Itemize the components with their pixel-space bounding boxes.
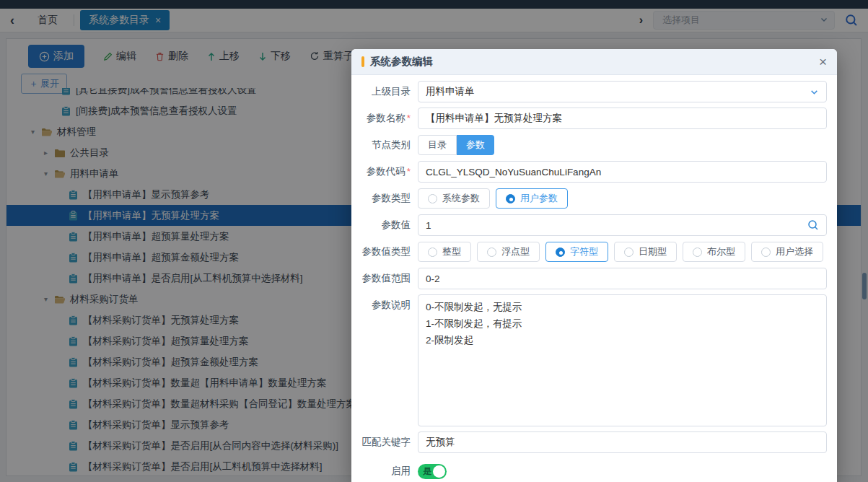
value-type-option-1[interactable]: 整型 bbox=[418, 242, 471, 262]
search-icon[interactable] bbox=[807, 219, 819, 231]
radio-icon bbox=[761, 247, 771, 257]
radio-icon bbox=[487, 247, 496, 257]
value-type-option-2[interactable]: 浮点型 bbox=[477, 242, 540, 262]
radio-selected-icon bbox=[556, 247, 565, 257]
param-name-label: 参数名称* bbox=[356, 108, 411, 129]
radio-label: 日期型 bbox=[639, 245, 667, 258]
radio-label: 布尔型 bbox=[707, 245, 735, 258]
chevron-down-icon bbox=[810, 87, 819, 97]
radio-icon bbox=[428, 194, 437, 203]
close-icon[interactable]: × bbox=[819, 55, 827, 69]
parent-dir-select[interactable]: 用料申请单 bbox=[418, 81, 827, 102]
value-type-radio-group: 整型浮点型字符型日期型布尔型用户选择 bbox=[418, 242, 827, 262]
radio-icon bbox=[428, 247, 437, 257]
value-range-input[interactable]: 0-2 bbox=[418, 268, 827, 289]
dialog-body: 上级目录 用料申请单 参数名称* 【用料申请单】无预算处理方案 节点类别 目录参… bbox=[351, 75, 837, 482]
value-type-option-4[interactable]: 日期型 bbox=[614, 242, 677, 262]
value-type-option-5[interactable]: 布尔型 bbox=[683, 242, 745, 262]
value-range-label: 参数值范围 bbox=[356, 268, 411, 289]
node-type-label: 节点类别 bbox=[356, 134, 411, 156]
param-code-label: 参数代码* bbox=[356, 161, 411, 183]
radio-label: 系统参数 bbox=[442, 192, 480, 205]
description-textarea[interactable]: 0-不限制发起，无提示 1-不限制发起，有提示 2-限制发起 bbox=[418, 294, 827, 426]
header-accent-bar bbox=[361, 56, 364, 67]
node-type-option-2[interactable]: 参数 bbox=[457, 135, 494, 155]
radio-label: 用户参数 bbox=[520, 192, 558, 205]
radio-label: 字符型 bbox=[570, 245, 598, 258]
radio-icon bbox=[693, 247, 702, 257]
enabled-label: 启用 bbox=[356, 460, 411, 482]
required-asterisk: * bbox=[407, 113, 411, 123]
radio-label: 浮点型 bbox=[501, 245, 530, 258]
description-label: 参数说明 bbox=[356, 294, 411, 316]
node-type-segmented: 目录参数 bbox=[418, 135, 494, 155]
param-type-option-2[interactable]: 用户参数 bbox=[496, 188, 568, 209]
dialog-header: 系统参数编辑 × bbox=[351, 49, 837, 75]
radio-selected-icon bbox=[506, 194, 515, 203]
parent-dir-label: 上级目录 bbox=[356, 81, 411, 102]
radio-label: 用户选择 bbox=[776, 245, 813, 258]
param-type-label: 参数类型 bbox=[356, 188, 411, 209]
node-type-option-1[interactable]: 目录 bbox=[418, 135, 457, 155]
param-value-input[interactable]: 1 bbox=[418, 214, 827, 236]
system-parameter-edit-dialog: 系统参数编辑 × 上级目录 用料申请单 参数名称* 【用料申请单】无预算处理方案… bbox=[351, 49, 837, 482]
param-value-label: 参数值 bbox=[356, 214, 411, 236]
enabled-toggle[interactable]: 是 bbox=[418, 464, 447, 479]
param-name-input[interactable]: 【用料申请单】无预算处理方案 bbox=[418, 108, 827, 129]
required-asterisk: * bbox=[407, 166, 411, 177]
param-type-option-1[interactable]: 系统参数 bbox=[418, 188, 490, 209]
dialog-title: 系统参数编辑 bbox=[370, 55, 819, 69]
radio-icon bbox=[624, 247, 634, 257]
toggle-knob bbox=[433, 465, 445, 478]
value-type-option-6[interactable]: 用户选择 bbox=[751, 242, 823, 262]
param-type-radio-group: 系统参数用户参数 bbox=[418, 188, 827, 209]
radio-label: 整型 bbox=[442, 245, 461, 258]
value-type-label: 参数值类型 bbox=[356, 241, 411, 263]
param-code-input[interactable]: CLGL_YLSQD_NoYuSuanChuLiFangAn bbox=[418, 161, 827, 183]
keyword-label: 匹配关键字 bbox=[356, 431, 411, 453]
value-type-option-3[interactable]: 字符型 bbox=[545, 242, 608, 262]
keyword-input[interactable]: 无预算 bbox=[418, 431, 827, 453]
